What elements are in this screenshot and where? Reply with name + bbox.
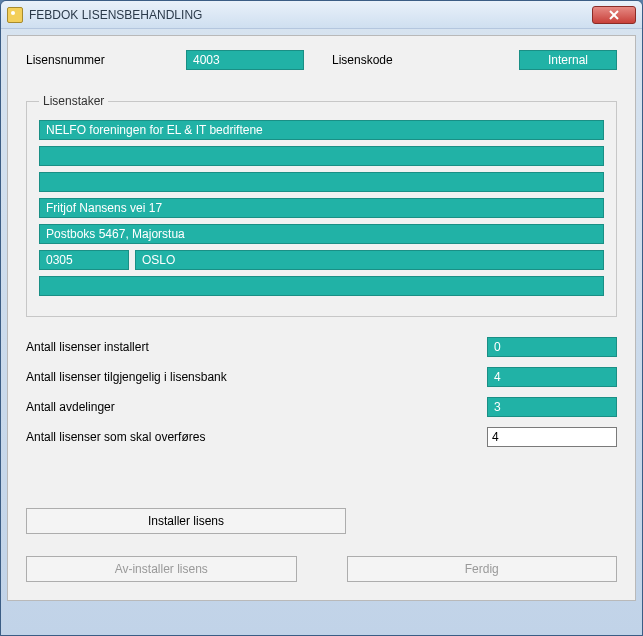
window-title: FEBDOK LISENSBEHANDLING xyxy=(29,8,592,22)
installed-value: 0 xyxy=(487,337,617,357)
button-area: Installer lisens Av-installer lisens Fer… xyxy=(26,508,617,582)
uninstall-button: Av-installer lisens xyxy=(26,556,297,582)
lisenstaker-legend: Lisenstaker xyxy=(39,94,108,108)
top-row: Lisensnummer 4003 Lisenskode Internal xyxy=(26,50,617,70)
close-icon xyxy=(609,10,619,20)
client-area: Lisensnummer 4003 Lisenskode Internal Li… xyxy=(7,35,636,601)
lisensnummer-field[interactable]: 4003 xyxy=(186,50,304,70)
available-label: Antall lisenser tilgjengelig i lisensban… xyxy=(26,370,487,384)
last-line-field[interactable] xyxy=(39,276,604,296)
available-value: 4 xyxy=(487,367,617,387)
internal-button[interactable]: Internal xyxy=(519,50,617,70)
line3-field[interactable] xyxy=(39,172,604,192)
street-field[interactable]: Fritjof Nansens vei 17 xyxy=(39,198,604,218)
stats-area: Antall lisenser installert 0 Antall lise… xyxy=(26,337,617,447)
departments-label: Antall avdelinger xyxy=(26,400,487,414)
org-name-field[interactable]: NELFO foreningen for EL & IT bedriftene xyxy=(39,120,604,140)
lisenstaker-group: Lisenstaker NELFO foreningen for EL & IT… xyxy=(26,94,617,317)
line2-field[interactable] xyxy=(39,146,604,166)
installed-label: Antall lisenser installert xyxy=(26,340,487,354)
done-button: Ferdig xyxy=(347,556,618,582)
lisensnummer-label: Lisensnummer xyxy=(26,53,176,67)
install-button[interactable]: Installer lisens xyxy=(26,508,346,534)
city-field[interactable]: OSLO xyxy=(135,250,604,270)
close-button[interactable] xyxy=(592,6,636,24)
titlebar: FEBDOK LISENSBEHANDLING xyxy=(1,1,642,29)
lisenskode-label: Lisenskode xyxy=(332,53,422,67)
zip-field[interactable]: 0305 xyxy=(39,250,129,270)
transfer-label: Antall lisenser som skal overføres xyxy=(26,430,487,444)
departments-value: 3 xyxy=(487,397,617,417)
app-window: FEBDOK LISENSBEHANDLING Lisensnummer 400… xyxy=(0,0,643,636)
transfer-input[interactable] xyxy=(487,427,617,447)
app-icon xyxy=(7,7,23,23)
postbox-field[interactable]: Postboks 5467, Majorstua xyxy=(39,224,604,244)
